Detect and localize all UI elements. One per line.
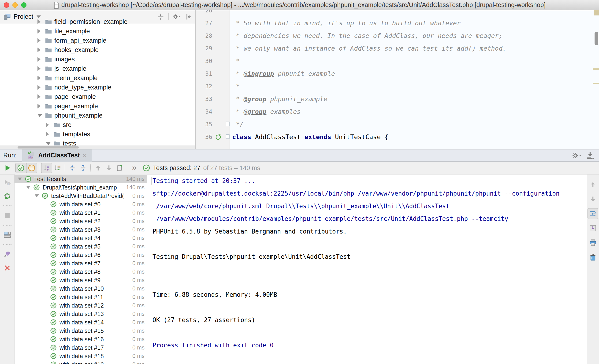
test-tree-row[interactable]: with data set #180 ms — [15, 352, 147, 360]
test-tree-row[interactable]: with data set #30 ms — [15, 225, 147, 234]
show-passed-toggle[interactable] — [16, 163, 26, 173]
test-tree-row[interactable]: with data set #130 ms — [15, 310, 147, 318]
test-tree-row[interactable]: Drupal\Tests\phpunit_examp140 ms — [15, 183, 147, 192]
editor-line-32[interactable]: 32 * — [196, 80, 599, 93]
chevron-down-icon[interactable] — [46, 142, 53, 145]
test-tree-row[interactable]: with data set #160 ms — [15, 335, 147, 343]
pin-tab-button[interactable] — [3, 250, 12, 259]
code-editor[interactable]: 2627 * So with that in mind, it's up to … — [196, 10, 599, 149]
project-settings-gear-button[interactable] — [172, 13, 180, 21]
editor-line-26[interactable]: 26 — [196, 10, 599, 17]
chevron-right-icon[interactable] — [37, 48, 44, 52]
test-tree-row[interactable]: with data set #80 ms — [15, 267, 147, 276]
editor-line-28[interactable]: 28 * dependencies we need. In the case o… — [196, 29, 599, 42]
tree-item-js_example[interactable]: js_example — [0, 64, 195, 73]
chevron-right-icon[interactable] — [46, 132, 53, 137]
stop-button[interactable] — [3, 211, 12, 220]
editor-line-35[interactable]: 35 */ — [196, 118, 599, 131]
test-tree-row[interactable]: with data set #190 ms — [15, 360, 147, 364]
collapse-all-button[interactable] — [78, 163, 88, 173]
chevron-down-icon[interactable] — [18, 178, 25, 180]
test-tree-row[interactable]: Test Results140 ms — [15, 175, 147, 183]
chevron-right-icon[interactable] — [46, 123, 53, 127]
chevron-right-icon[interactable] — [37, 85, 44, 90]
next-failed-test-button[interactable] — [104, 163, 114, 173]
chevron-right-icon[interactable] — [37, 29, 44, 34]
chevron-right-icon[interactable] — [37, 38, 44, 43]
chevron-right-icon[interactable] — [37, 76, 44, 80]
chevron-down-icon[interactable] — [35, 195, 42, 197]
chevron-down-icon[interactable] — [26, 186, 33, 189]
tree-item-file_example[interactable]: file_example — [0, 27, 195, 36]
test-tree-row[interactable]: with data set #90 ms — [15, 276, 147, 284]
rerun-failed-tests-button[interactable]: ! — [3, 178, 12, 187]
test-tree-row[interactable]: with data set #170 ms — [15, 343, 147, 352]
scrollbar-warning-stripe[interactable] — [593, 68, 599, 70]
test-tree-row[interactable]: with data set #60 ms — [15, 251, 147, 259]
close-icon[interactable]: × — [83, 152, 87, 159]
test-tree-row[interactable]: with data set #70 ms — [15, 259, 147, 267]
tree-item-templates[interactable]: templates — [0, 130, 195, 139]
previous-occurrence-button[interactable] — [588, 179, 598, 190]
chevron-right-icon[interactable] — [37, 94, 44, 99]
dock-panel-button[interactable] — [585, 151, 595, 160]
run-test-icon[interactable] — [215, 133, 222, 140]
run-configuration-tab[interactable]: php AddClassTest × — [22, 150, 92, 162]
scrollbar-warning-stripe[interactable] — [593, 83, 599, 84]
chevron-right-icon[interactable] — [37, 19, 44, 24]
editor-line-34[interactable]: 34 * @group examples — [196, 105, 599, 118]
chevron-right-icon[interactable] — [37, 66, 44, 71]
soft-wrap-toggle[interactable] — [588, 208, 598, 219]
test-tree-row[interactable]: with data set #10 ms — [15, 208, 147, 217]
inspection-status-square[interactable] — [594, 10, 599, 16]
rerun-tests-button[interactable] — [2, 163, 13, 173]
fold-marker-icon[interactable] — [226, 122, 229, 126]
test-tree-row[interactable]: testAddWithBadDataProvid(0 ms — [15, 192, 147, 200]
editor-scrollbar-thumb[interactable] — [595, 32, 598, 45]
editor-line-27[interactable]: 27 * So with that in mind, it's up to us… — [196, 17, 599, 29]
print-button[interactable] — [588, 237, 598, 248]
tree-item-src[interactable]: src — [0, 120, 195, 130]
chevron-down-icon[interactable] — [37, 114, 44, 117]
scroll-to-end-button[interactable] — [588, 223, 598, 233]
tree-item-node_type_example[interactable]: node_type_example — [0, 83, 195, 92]
tree-item-hooks_example[interactable]: hooks_example — [0, 45, 195, 54]
rerun-button[interactable] — [3, 191, 12, 201]
tree-item-page_example[interactable]: page_example — [0, 92, 195, 101]
previous-failed-test-button[interactable] — [93, 163, 104, 173]
test-tree-row[interactable]: with data set #120 ms — [15, 301, 147, 310]
close-tab-button[interactable] — [3, 263, 12, 273]
expand-all-button[interactable] — [67, 163, 78, 173]
project-tree-horizontal-scrollbar[interactable] — [0, 145, 196, 149]
project-view-selector[interactable]: Project — [14, 13, 33, 20]
tree-item-pager_example[interactable]: pager_example — [0, 101, 195, 111]
editor-line-33[interactable]: 33 * @group phpunit_example — [196, 93, 599, 105]
tree-item-menu_example[interactable]: menu_example — [0, 73, 195, 83]
test-tree-row[interactable]: with data set #100 ms — [15, 284, 147, 293]
test-tree-row[interactable]: with data set #50 ms — [15, 242, 147, 251]
toggle-layout-button[interactable] — [3, 230, 12, 240]
show-ignored-toggle[interactable] — [26, 163, 37, 173]
collapse-all-button[interactable] — [157, 13, 165, 21]
sort-alphabetically-toggle[interactable]: az — [41, 163, 52, 173]
scrollbar-thumb[interactable] — [18, 146, 79, 149]
hide-panel-button[interactable] — [184, 13, 192, 21]
test-tree-row[interactable]: with data set #140 ms — [15, 318, 147, 327]
zoom-window-button[interactable] — [21, 2, 26, 8]
tree-item-phpunit_example[interactable]: phpunit_example — [0, 111, 195, 120]
run-settings-gear-button[interactable] — [572, 151, 581, 160]
tree-item-form_api_example[interactable]: form_api_example — [0, 36, 195, 45]
test-tree-row[interactable]: with data set #20 ms — [15, 217, 147, 225]
editor-line-29[interactable]: 29 * we only want an instance of AddClas… — [196, 42, 599, 54]
test-tree-row[interactable]: with data set #40 ms — [15, 234, 147, 242]
chevron-right-icon[interactable] — [37, 57, 44, 62]
test-console-output[interactable]: Testing started at 20:37 ...sftp://docke… — [147, 175, 587, 364]
next-occurrence-button[interactable] — [588, 194, 598, 204]
editor-line-31[interactable]: 31 * @ingroup phpunit_example — [196, 67, 599, 80]
fold-marker-icon[interactable] — [226, 134, 229, 139]
close-window-button[interactable] — [4, 2, 9, 8]
clear-all-button[interactable] — [588, 252, 598, 263]
test-tree-row[interactable]: with data set #00 ms — [15, 200, 147, 208]
chevron-right-icon[interactable] — [37, 104, 44, 108]
minimize-window-button[interactable] — [12, 2, 18, 8]
